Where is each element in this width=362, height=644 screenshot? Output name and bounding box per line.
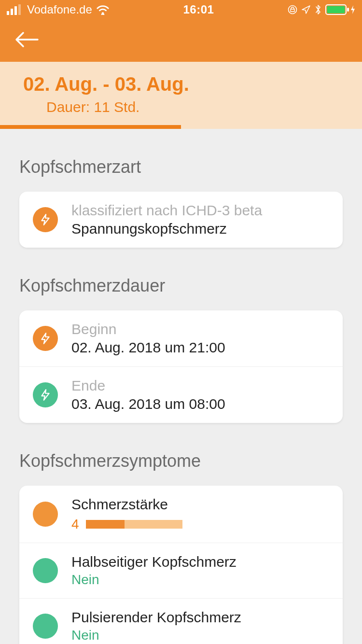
lightning-icon <box>33 382 58 407</box>
progress-fill <box>0 125 181 129</box>
end-value: 03. Aug. 2018 um 08:00 <box>71 396 329 412</box>
row-text: Pulsierender Kopfschmerz Nein <box>71 609 329 643</box>
svg-rect-7 <box>327 6 345 14</box>
lightning-icon <box>33 207 58 232</box>
card-headache-symptoms: Schmerzstärke 4 Halbseitiger Kopfschmerz… <box>19 486 343 644</box>
svg-rect-2 <box>14 6 17 15</box>
wifi-icon <box>96 4 110 15</box>
row-text: Schmerzstärke 4 <box>71 496 329 532</box>
intensity-label: Schmerzstärke <box>71 496 329 513</box>
back-button[interactable] <box>14 31 39 50</box>
svg-point-5 <box>288 6 296 14</box>
card-headache-type: klassifiziert nach ICHD-3 beta Spannungs… <box>19 192 343 248</box>
row-text: klassifiziert nach ICHD-3 beta Spannungs… <box>71 202 329 237</box>
row-begin[interactable]: Beginn 02. Aug. 2018 um 21:00 <box>19 310 343 366</box>
row-text: Beginn 02. Aug. 2018 um 21:00 <box>71 321 329 356</box>
status-left: Vodafone.de <box>7 3 110 16</box>
row-classification[interactable]: klassifiziert nach ICHD-3 beta Spannungs… <box>19 192 343 248</box>
header-date-range: 02. Aug. - 03. Aug. <box>23 73 339 95</box>
classification-value: Spannungskopfschmerz <box>71 221 329 237</box>
begin-label: Beginn <box>71 321 329 337</box>
row-one-sided[interactable]: Halbseitiger Kopfschmerz Nein <box>19 543 343 598</box>
status-time: 16:01 <box>183 3 214 16</box>
card-headache-duration: Beginn 02. Aug. 2018 um 21:00 Ende 03. A… <box>19 310 343 423</box>
nav-bar <box>0 19 362 62</box>
pulsing-label: Pulsierender Kopfschmerz <box>71 609 329 626</box>
progress-track <box>0 125 362 129</box>
row-text: Ende 03. Aug. 2018 um 08:00 <box>71 378 329 412</box>
carrier-label: Vodafone.de <box>27 3 92 16</box>
dot-icon <box>33 558 58 583</box>
one-sided-answer: Nein <box>71 572 329 588</box>
end-label: Ende <box>71 378 329 394</box>
row-pulsing[interactable]: Pulsierender Kopfschmerz Nein <box>19 598 343 644</box>
svg-rect-0 <box>7 11 9 15</box>
orientation-lock-icon <box>288 5 297 14</box>
row-intensity[interactable]: Schmerzstärke 4 <box>19 486 343 543</box>
section-title-symptoms: Kopfschmerzsymptome <box>19 451 343 471</box>
intensity-fill <box>86 520 125 529</box>
battery-icon <box>325 4 355 15</box>
one-sided-label: Halbseitiger Kopfschmerz <box>71 554 329 570</box>
row-end[interactable]: Ende 03. Aug. 2018 um 08:00 <box>19 366 343 423</box>
svg-rect-1 <box>11 9 13 15</box>
lightning-icon <box>33 326 58 351</box>
signal-icon <box>7 4 23 15</box>
content: Kopfschmerzart klassifiziert nach ICHD-3… <box>0 157 362 644</box>
intensity-track <box>86 520 182 529</box>
location-icon <box>301 5 311 14</box>
arrow-left-icon <box>14 31 39 48</box>
intensity-line: 4 <box>71 517 329 532</box>
svg-rect-8 <box>347 8 349 12</box>
status-right <box>288 4 355 15</box>
pulsing-answer: Nein <box>71 628 329 643</box>
status-bar: Vodafone.de 16:01 <box>0 0 362 19</box>
bluetooth-icon <box>315 4 321 15</box>
row-text: Halbseitiger Kopfschmerz Nein <box>71 554 329 588</box>
intensity-value: 4 <box>71 517 79 532</box>
header-summary: 02. Aug. - 03. Aug. Dauer: 11 Std. <box>0 62 362 129</box>
header-duration: Dauer: 11 Std. <box>46 99 339 115</box>
charging-icon <box>350 5 355 14</box>
svg-rect-3 <box>18 4 21 15</box>
section-title-type: Kopfschmerzart <box>19 157 343 177</box>
dot-icon <box>33 614 58 639</box>
begin-value: 02. Aug. 2018 um 21:00 <box>71 339 329 356</box>
classification-caption: klassifiziert nach ICHD-3 beta <box>71 202 329 219</box>
section-title-duration: Kopfschmerzdauer <box>19 276 343 296</box>
dot-icon <box>33 502 58 527</box>
svg-point-4 <box>101 12 104 14</box>
